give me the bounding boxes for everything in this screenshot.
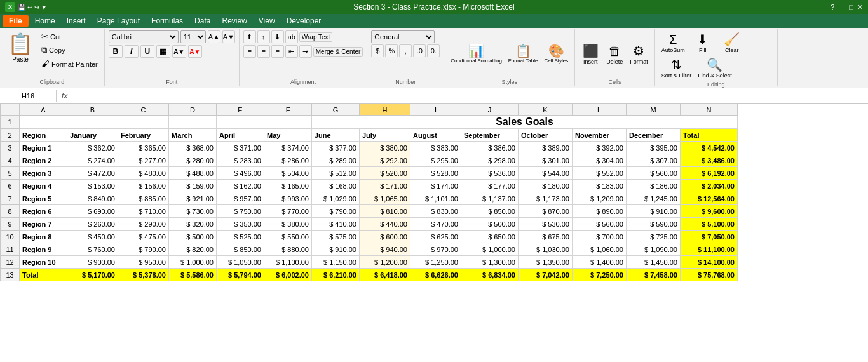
table-cell[interactable]: $ 810.00 xyxy=(360,205,410,218)
table-cell[interactable]: $ 12,564.00 xyxy=(681,192,738,205)
table-cell[interactable]: $ 180.00 xyxy=(519,180,573,192)
table-cell[interactable]: September xyxy=(461,129,519,142)
col-header-k[interactable]: K xyxy=(519,104,573,116)
table-cell[interactable]: $ 550.00 xyxy=(264,231,312,243)
table-cell[interactable]: $ 850.00 xyxy=(217,243,264,256)
table-cell[interactable]: $ 885.00 xyxy=(118,192,169,205)
table-cell[interactable]: $ 283.00 xyxy=(217,154,264,167)
table-cell[interactable]: $ 560.00 xyxy=(573,218,627,231)
col-header-h[interactable]: H xyxy=(360,104,410,116)
table-cell[interactable]: $ 7,250.00 xyxy=(573,269,627,281)
table-cell[interactable]: $ 496.00 xyxy=(217,167,264,180)
table-cell[interactable]: Region 2 xyxy=(20,154,67,167)
table-cell[interactable]: $ 6,418.00 xyxy=(360,269,410,281)
table-cell[interactable]: $ 504.00 xyxy=(264,167,312,180)
table-cell[interactable]: $ 186.00 xyxy=(627,180,681,192)
align-top-btn[interactable]: ⬆ xyxy=(243,30,256,43)
table-cell[interactable]: $ 6,626.00 xyxy=(410,269,461,281)
table-cell[interactable]: $ 1,065.00 xyxy=(360,192,410,205)
table-cell[interactable]: Total xyxy=(681,129,738,142)
border-button[interactable]: ▦ xyxy=(156,45,170,58)
table-cell[interactable]: Region 9 xyxy=(20,243,67,256)
page-layout-menu[interactable]: Page Layout xyxy=(92,15,145,27)
col-header-n[interactable]: N xyxy=(681,104,738,116)
table-cell[interactable]: $ 171.00 xyxy=(360,180,410,192)
table-cell[interactable]: $ 520.00 xyxy=(360,167,410,180)
table-cell[interactable]: May xyxy=(264,129,312,142)
col-header-b[interactable]: B xyxy=(67,104,118,116)
table-cell[interactable]: $ 289.00 xyxy=(312,154,360,167)
col-header-d[interactable]: D xyxy=(169,104,217,116)
table-cell[interactable]: $ 993.00 xyxy=(264,192,312,205)
table-cell[interactable]: $ 14,100.00 xyxy=(681,256,738,269)
table-cell[interactable]: Region 8 xyxy=(20,231,67,243)
table-cell[interactable]: Sales Goals xyxy=(312,116,738,129)
table-cell[interactable]: $ 1,300.00 xyxy=(461,256,519,269)
table-cell[interactable]: $ 4,542.00 xyxy=(681,142,738,154)
table-cell[interactable]: $ 1,030.00 xyxy=(519,243,573,256)
file-menu[interactable]: File xyxy=(3,15,29,27)
col-header-e[interactable]: E xyxy=(217,104,264,116)
table-cell[interactable]: $ 770.00 xyxy=(264,205,312,218)
table-cell[interactable]: $ 7,042.00 xyxy=(519,269,573,281)
row-header-10[interactable]: 10 xyxy=(1,231,20,243)
currency-btn[interactable]: $ xyxy=(371,44,384,57)
table-cell[interactable] xyxy=(118,116,169,129)
table-cell[interactable]: $ 75,768.00 xyxy=(681,269,738,281)
table-cell[interactable]: $ 500.00 xyxy=(169,231,217,243)
table-cell[interactable]: Region 10 xyxy=(20,256,67,269)
table-cell[interactable]: $ 820.00 xyxy=(169,243,217,256)
table-cell[interactable]: February xyxy=(118,129,169,142)
table-cell[interactable]: Region 3 xyxy=(20,167,67,180)
developer-menu[interactable]: Developer xyxy=(281,15,327,27)
table-cell[interactable]: $ 650.00 xyxy=(461,231,519,243)
table-cell[interactable]: $ 1,137.00 xyxy=(461,192,519,205)
table-cell[interactable]: $ 174.00 xyxy=(410,180,461,192)
font-size-select[interactable]: 11 xyxy=(180,30,206,43)
table-cell[interactable]: $ 950.00 xyxy=(118,256,169,269)
table-cell[interactable]: $ 2,034.00 xyxy=(681,180,738,192)
table-cell[interactable]: $ 392.00 xyxy=(573,142,627,154)
table-cell[interactable]: Region 5 xyxy=(20,192,67,205)
increase-font-btn[interactable]: A▲ xyxy=(208,30,220,43)
table-cell[interactable]: $ 1,250.00 xyxy=(410,256,461,269)
table-cell[interactable]: $ 1,029.00 xyxy=(312,192,360,205)
col-header-a[interactable]: A xyxy=(20,104,67,116)
table-cell[interactable]: $ 410.00 xyxy=(312,218,360,231)
align-bottom-btn[interactable]: ⬇ xyxy=(271,30,284,43)
table-cell[interactable]: $ 6,002.00 xyxy=(264,269,312,281)
insert-button[interactable]: ⬛ Insert xyxy=(579,42,602,66)
table-cell[interactable] xyxy=(264,116,312,129)
window-controls[interactable]: ? — □ ✕ xyxy=(831,3,863,11)
format-as-table-button[interactable]: 📋 Format Table xyxy=(506,43,541,65)
table-cell[interactable]: March xyxy=(169,129,217,142)
table-cell[interactable]: $ 295.00 xyxy=(410,154,461,167)
table-cell[interactable]: $ 590.00 xyxy=(627,218,681,231)
formula-input[interactable] xyxy=(72,90,865,102)
view-menu[interactable]: View xyxy=(254,15,280,27)
table-cell[interactable]: $ 472.00 xyxy=(67,167,118,180)
review-menu[interactable]: Review xyxy=(217,15,252,27)
text-orient-btn[interactable]: ab xyxy=(285,30,298,43)
table-cell[interactable]: $ 970.00 xyxy=(410,243,461,256)
table-cell[interactable]: Region 7 xyxy=(20,218,67,231)
row-header-1[interactable]: 1 xyxy=(1,116,20,129)
table-cell[interactable]: $ 386.00 xyxy=(461,142,519,154)
paste-button[interactable]: 📋 Paste xyxy=(4,30,37,64)
table-cell[interactable]: $ 870.00 xyxy=(519,205,573,218)
table-cell[interactable]: $ 1,101.00 xyxy=(410,192,461,205)
table-cell[interactable]: $ 156.00 xyxy=(118,180,169,192)
table-cell[interactable]: $ 552.00 xyxy=(573,167,627,180)
table-cell[interactable]: $ 470.00 xyxy=(410,218,461,231)
table-cell[interactable]: $ 395.00 xyxy=(627,142,681,154)
table-cell[interactable]: $ 350.00 xyxy=(217,218,264,231)
table-cell[interactable]: $ 389.00 xyxy=(519,142,573,154)
table-cell[interactable]: $ 1,100.00 xyxy=(264,256,312,269)
conditional-formatting-button[interactable]: 📊 Conditional Formatting xyxy=(448,43,504,65)
col-header-j[interactable]: J xyxy=(461,104,519,116)
table-cell[interactable]: Region xyxy=(20,129,67,142)
row-header-3[interactable]: 3 xyxy=(1,142,20,154)
table-cell[interactable]: $ 11,100.00 xyxy=(681,243,738,256)
wrap-text-button[interactable]: Wrap Text xyxy=(299,32,333,42)
table-cell[interactable]: $ 750.00 xyxy=(217,205,264,218)
